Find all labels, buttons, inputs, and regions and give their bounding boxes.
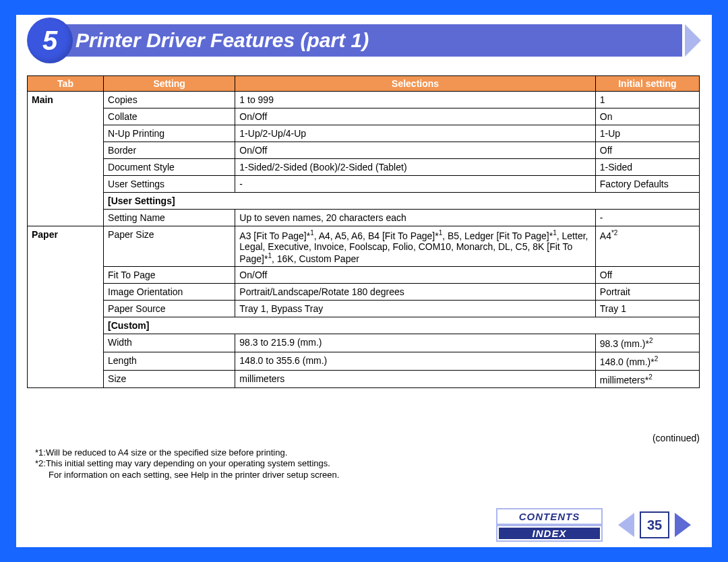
selections-cell: On/Off <box>235 108 595 125</box>
next-page-icon[interactable] <box>675 513 691 537</box>
features-table: Tab Setting Selections Initial setting M… <box>27 75 700 388</box>
initial-cell: Off <box>595 267 699 284</box>
footnote-1: *1:Will be reduced to A4 size or the spe… <box>35 447 700 458</box>
header-tab: Tab <box>28 76 104 92</box>
header-initial: Initial setting <box>595 76 699 92</box>
index-button[interactable]: INDEX <box>497 526 601 540</box>
banner-arrow-icon <box>685 24 701 57</box>
table-row: N-Up Printing 1-Up/2-Up/4-Up 1-Up <box>28 125 700 142</box>
selections-cell: A3 [Fit To Page]*1, A4, A5, A6, B4 [Fit … <box>235 226 595 267</box>
table-row: Image Orientation Portrait/Landscape/Rot… <box>28 284 700 301</box>
setting-cell: Document Style <box>104 159 235 176</box>
initial-cell: A4*2 <box>595 226 699 267</box>
subgroup-label: [Custom] <box>104 317 700 334</box>
initial-cell: Portrait <box>595 284 699 301</box>
table-row: Fit To Page On/Off Off <box>28 267 700 284</box>
banner-bar: Printer Driver Features (part 1) <box>63 24 682 57</box>
initial-cell: millimeters*2 <box>595 370 699 388</box>
table-row: Width 98.3 to 215.9 (mm.) 98.3 (mm.)*2 <box>28 334 700 352</box>
tab-cell-main: Main <box>28 92 104 226</box>
page-title: Printer Driver Features (part 1) <box>75 29 369 52</box>
table-row: Document Style 1-Sided/2-Sided (Book)/2-… <box>28 159 700 176</box>
initial-cell: 148.0 (mm.)*2 <box>595 352 699 370</box>
initial-cell: Factory Defaults <box>595 176 699 193</box>
footer-nav: CONTENTS INDEX 35 <box>16 503 712 547</box>
selections-cell: Up to seven names, 20 characters each <box>235 210 595 226</box>
selections-cell: 1-Sided/2-Sided (Book)/2-Sided (Tablet) <box>235 159 595 176</box>
table-header-row: Tab Setting Selections Initial setting <box>28 76 700 92</box>
prev-page-icon[interactable] <box>618 513 634 537</box>
table-row: Paper Source Tray 1, Bypass Tray Tray 1 <box>28 301 700 317</box>
selections-cell: 98.3 to 215.9 (mm.) <box>235 334 595 352</box>
initial-cell: 98.3 (mm.)*2 <box>595 334 699 352</box>
initial-cell: 1 <box>595 92 699 108</box>
pager: 35 <box>604 508 705 542</box>
setting-cell: Setting Name <box>104 210 235 226</box>
chapter-number-badge: 5 <box>27 18 73 63</box>
footnote-2: *2:This initial setting may vary dependi… <box>35 458 700 469</box>
initial-cell: Off <box>595 142 699 159</box>
subgroup-label: [User Settings] <box>104 193 700 210</box>
continued-label: (continued) <box>27 433 700 443</box>
table-subheader-row: [User Settings] <box>28 193 700 210</box>
table-row: Length 148.0 to 355.6 (mm.) 148.0 (mm.)*… <box>28 352 700 370</box>
contents-button[interactable]: CONTENTS <box>497 509 601 524</box>
setting-cell: User Settings <box>104 176 235 193</box>
setting-cell: Paper Source <box>104 301 235 317</box>
setting-cell: Paper Size <box>104 226 235 267</box>
table-row: Size millimeters millimeters*2 <box>28 370 700 388</box>
table-row: Collate On/Off On <box>28 108 700 125</box>
setting-cell: Size <box>104 370 235 388</box>
header-setting: Setting <box>104 76 235 92</box>
footnotes: *1:Will be reduced to A4 size or the spe… <box>35 447 700 480</box>
selections-cell: 1 to 999 <box>235 92 595 108</box>
setting-cell: N-Up Printing <box>104 125 235 142</box>
selections-cell: Tray 1, Bypass Tray <box>235 301 595 317</box>
selections-cell: - <box>235 176 595 193</box>
nav-box: CONTENTS INDEX <box>496 508 603 542</box>
tab-cell-paper: Paper <box>28 226 104 388</box>
initial-cell: On <box>595 108 699 125</box>
selections-cell: Portrait/Landscape/Rotate 180 degrees <box>235 284 595 301</box>
selections-cell: 148.0 to 355.6 (mm.) <box>235 352 595 370</box>
setting-cell: Image Orientation <box>104 284 235 301</box>
setting-cell: Border <box>104 142 235 159</box>
table-subheader-row: [Custom] <box>28 317 700 334</box>
setting-cell: Copies <box>104 92 235 108</box>
table-row: Border On/Off Off <box>28 142 700 159</box>
selections-cell: On/Off <box>235 142 595 159</box>
chapter-banner: Printer Driver Features (part 1) 5 <box>27 24 701 57</box>
selections-cell: On/Off <box>235 267 595 284</box>
setting-cell: Width <box>104 334 235 352</box>
initial-cell: - <box>595 210 699 226</box>
setting-cell: Length <box>104 352 235 370</box>
page: Printer Driver Features (part 1) 5 Tab S… <box>16 15 712 547</box>
initial-cell: 1-Up <box>595 125 699 142</box>
initial-cell: Tray 1 <box>595 301 699 317</box>
setting-cell: Fit To Page <box>104 267 235 284</box>
initial-cell: 1-Sided <box>595 159 699 176</box>
table-row: User Settings - Factory Defaults <box>28 176 700 193</box>
table-row: Paper Paper Size A3 [Fit To Page]*1, A4,… <box>28 226 700 267</box>
footnote-3: For information on each setting, see Hel… <box>35 470 700 480</box>
table-row: Setting Name Up to seven names, 20 chara… <box>28 210 700 226</box>
page-number: 35 <box>640 511 669 538</box>
selections-cell: millimeters <box>235 370 595 388</box>
selections-cell: 1-Up/2-Up/4-Up <box>235 125 595 142</box>
table-row: Main Copies 1 to 999 1 <box>28 92 700 108</box>
setting-cell: Collate <box>104 108 235 125</box>
header-selections: Selections <box>235 76 595 92</box>
